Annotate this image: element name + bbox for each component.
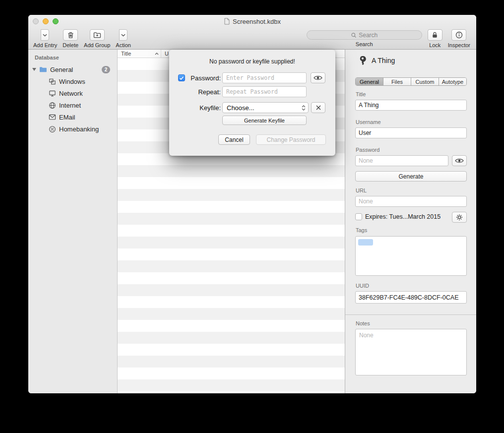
add-entry-label: Add Entry <box>33 42 57 48</box>
action-menu-button[interactable] <box>119 29 127 41</box>
window-header: Screenshot.kdbx <box>28 15 476 50</box>
eye-icon <box>314 75 322 81</box>
lock-icon <box>431 31 439 39</box>
toolbar-add-entry: Add Entry <box>33 29 57 48</box>
url-field[interactable] <box>355 196 467 207</box>
folder-plus-icon <box>93 31 101 39</box>
traffic-lights <box>33 18 59 24</box>
generate-password-button[interactable]: Generate <box>355 171 467 182</box>
key-icon <box>358 56 367 65</box>
delete-button[interactable] <box>63 29 78 41</box>
toolbar-add-group: Add Group <box>84 29 110 48</box>
divider <box>345 314 476 315</box>
trash-icon <box>67 31 74 39</box>
clear-keyfile-button[interactable] <box>311 102 325 113</box>
password-label: Password <box>356 147 379 153</box>
toolbar-action: Action <box>116 29 131 48</box>
cancel-button[interactable]: Cancel <box>218 134 250 145</box>
uuid-field[interactable] <box>355 291 467 304</box>
sidebar-group-email[interactable]: EMail <box>28 111 117 123</box>
disclosure-triangle-icon[interactable] <box>32 68 36 71</box>
sidebar-group-general[interactable]: General 2 <box>28 63 117 75</box>
sidebar-group-network[interactable]: Network <box>28 87 117 99</box>
keyfile-dropdown[interactable]: Choose... <box>222 102 309 113</box>
inspector-button[interactable] <box>451 29 466 41</box>
toolbar-lock: Lock <box>428 29 442 48</box>
app-window: Screenshot.kdbx <box>28 15 476 393</box>
search-label: Search <box>356 41 373 47</box>
add-group-label: Add Group <box>84 42 110 48</box>
notes-label: Notes <box>356 320 370 326</box>
search-placeholder: Search <box>359 32 378 39</box>
add-entry-menu-button[interactable] <box>41 29 49 41</box>
monitor-icon <box>48 89 56 97</box>
tab-files[interactable]: Files <box>383 78 411 85</box>
sidebar-group-homebanking[interactable]: Homebanking <box>28 123 117 135</box>
close-button[interactable] <box>33 18 39 24</box>
url-label: URL <box>356 187 367 193</box>
keyfile-value: Choose... <box>227 104 254 112</box>
search-input[interactable]: Search <box>307 30 422 40</box>
reveal-password-button[interactable] <box>452 155 467 166</box>
password-field[interactable] <box>355 155 448 166</box>
expires-checkbox[interactable] <box>355 213 362 220</box>
tab-general[interactable]: General <box>356 78 383 85</box>
inspector-tabs: General Files Custom Autotype <box>355 77 467 86</box>
notes-field[interactable] <box>355 329 467 375</box>
tab-autotype[interactable]: Autotype <box>439 78 466 85</box>
repeat-label: Repeat: <box>187 88 221 96</box>
minimize-button[interactable] <box>43 18 49 24</box>
toolbar: Add Entry Delete <box>28 28 476 50</box>
column-header-title[interactable]: Title <box>118 50 161 58</box>
sidebar-group-windows[interactable]: Windows <box>28 75 117 87</box>
sidebar-group-label: Network <box>59 90 117 97</box>
stepper-icon <box>302 105 308 111</box>
desktop: Screenshot.kdbx <box>0 0 504 433</box>
entry-count-badge: 2 <box>102 66 110 73</box>
inspector-panel: A Thing General Files Custom Autotype Ti… <box>345 50 476 393</box>
repeat-input[interactable] <box>222 86 307 97</box>
keyfile-label: Keyfile: <box>187 104 221 112</box>
action-label: Action <box>116 42 131 48</box>
sidebar-header: Database <box>28 54 117 63</box>
username-label: Username <box>356 119 381 125</box>
title-field[interactable] <box>355 100 467 111</box>
uuid-label: UUID <box>356 283 369 289</box>
envelope-icon <box>48 113 56 121</box>
tag-chip[interactable] <box>358 239 373 246</box>
sidebar-group-internet[interactable]: Internet <box>28 99 117 111</box>
document-icon <box>224 18 230 25</box>
gear-icon <box>456 214 463 221</box>
globe-icon <box>48 101 56 109</box>
entry-header: A Thing <box>358 56 395 65</box>
tab-custom[interactable]: Custom <box>411 78 439 85</box>
windows-icon <box>48 77 56 85</box>
sidebar: Database General 2 Windows <box>28 50 118 393</box>
expires-row: Expires: Tues...March 2015 <box>355 213 441 220</box>
lock-button[interactable] <box>428 29 442 41</box>
password-input[interactable] <box>222 72 307 83</box>
checkmark-icon <box>179 76 184 80</box>
username-field[interactable] <box>355 127 467 138</box>
chevron-down-icon <box>43 34 47 37</box>
inspector-label: Inspector <box>448 42 470 48</box>
add-group-button[interactable] <box>90 29 105 41</box>
chevron-down-icon <box>121 34 126 37</box>
expires-settings-button[interactable] <box>452 212 467 223</box>
generate-keyfile-button[interactable]: Generate Keyfile <box>222 116 307 125</box>
tags-field[interactable] <box>355 236 467 276</box>
zoom-button[interactable] <box>53 18 59 24</box>
reveal-password-button[interactable] <box>311 72 325 83</box>
tags-label: Tags <box>356 227 367 233</box>
password-label: Password: <box>187 74 221 82</box>
close-x-icon <box>315 105 321 111</box>
toolbar-delete: Delete <box>63 29 78 48</box>
column-header-username[interactable]: U <box>162 50 169 58</box>
change-password-button[interactable]: Change Password <box>256 134 326 145</box>
password-checkbox[interactable] <box>178 74 185 81</box>
delete-label: Delete <box>63 42 78 48</box>
sidebar-group-label: Windows <box>59 78 117 85</box>
folder-icon <box>39 65 47 73</box>
info-icon <box>455 31 463 39</box>
titlebar: Screenshot.kdbx <box>28 15 476 28</box>
